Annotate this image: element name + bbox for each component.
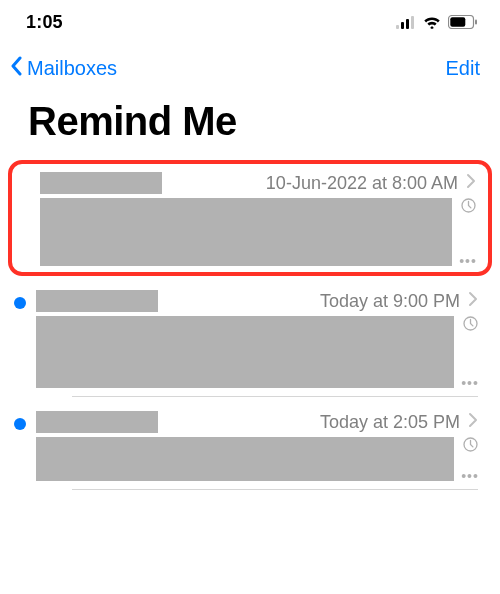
chevron-right-icon — [468, 291, 478, 311]
page-title: Remind Me — [0, 91, 500, 160]
more-icon: ••• — [461, 471, 479, 481]
chevron-left-icon — [8, 56, 24, 81]
navigation-bar: Mailboxes Edit — [0, 44, 500, 91]
unread-dot-icon — [14, 297, 26, 309]
battery-icon — [448, 15, 478, 29]
back-label: Mailboxes — [27, 57, 117, 80]
svg-rect-3 — [411, 16, 414, 29]
body-redacted — [36, 316, 454, 388]
body-redacted — [40, 198, 452, 266]
chevron-right-icon — [466, 173, 476, 193]
mail-timestamp: Today at 9:00 PM — [320, 291, 460, 312]
svg-rect-5 — [450, 17, 465, 26]
divider — [72, 489, 478, 490]
wifi-icon — [422, 15, 442, 29]
mail-timestamp: Today at 2:05 PM — [320, 412, 460, 433]
highlight-annotation: 10-Jun-2022 at 8:00 AM ••• — [8, 160, 492, 276]
mail-item[interactable]: Today at 2:05 PM ••• — [0, 403, 500, 496]
mail-item[interactable]: 10-Jun-2022 at 8:00 AM ••• — [12, 164, 488, 272]
mail-timestamp: 10-Jun-2022 at 8:00 AM — [266, 173, 458, 194]
body-redacted — [36, 437, 454, 481]
more-icon: ••• — [461, 378, 479, 388]
mail-list: 10-Jun-2022 at 8:00 AM ••• — [0, 160, 500, 496]
back-button[interactable]: Mailboxes — [8, 56, 117, 81]
status-time: 1:05 — [26, 12, 63, 33]
status-bar: 1:05 — [0, 0, 500, 44]
clock-icon — [461, 198, 476, 213]
divider — [72, 396, 478, 397]
sender-redacted — [40, 172, 162, 194]
chevron-right-icon — [468, 412, 478, 432]
cellular-signal-icon — [396, 16, 416, 29]
svg-rect-2 — [406, 19, 409, 29]
svg-rect-1 — [401, 22, 404, 29]
more-icon: ••• — [459, 256, 477, 266]
mail-item[interactable]: Today at 9:00 PM ••• — [0, 282, 500, 403]
svg-rect-0 — [396, 25, 399, 29]
sender-redacted — [36, 290, 158, 312]
clock-icon — [463, 316, 478, 331]
clock-icon — [463, 437, 478, 452]
edit-button[interactable]: Edit — [446, 57, 480, 80]
svg-rect-6 — [475, 20, 477, 25]
sender-redacted — [36, 411, 158, 433]
status-icons — [396, 15, 478, 29]
unread-dot-icon — [14, 418, 26, 430]
